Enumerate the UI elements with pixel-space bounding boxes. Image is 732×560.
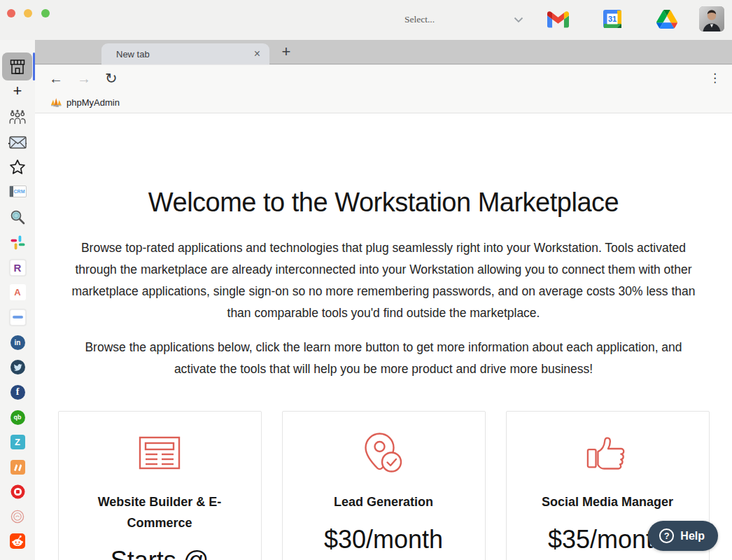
sidebar-item-seal[interactable] [0,506,35,527]
mail-icon [9,136,27,149]
quickbooks-icon-label: qb [14,414,22,421]
calendar-button[interactable]: 31 [603,9,622,29]
sidebar-item-facebook[interactable]: f [0,382,35,402]
bookmarks-bar: PMA phpMyAdmin [35,92,732,113]
sidebar-item-slack[interactable] [0,232,35,253]
sidebar-item-linkedin[interactable]: in [0,332,35,353]
drive-button[interactable] [656,10,677,29]
close-window-button[interactable] [7,9,15,18]
minimize-window-button[interactable] [24,9,32,18]
gmail-button[interactable] [547,11,569,28]
calendar-icon: 31 [603,9,622,29]
sidebar-item-favorites[interactable] [0,156,35,177]
sidebar-item-record[interactable] [0,481,35,502]
team-icon [8,110,27,125]
sidebar-item-quotes[interactable] [0,456,35,477]
gmail-icon [547,11,569,28]
reddit-icon [10,533,25,549]
intro-paragraph-1: Browse top-rated applications and techno… [59,237,708,324]
svg-text:31: 31 [608,15,617,23]
phpmyadmin-icon: PMA [50,97,62,107]
search-icon [9,209,26,225]
profile-photo-icon [699,6,724,31]
marketplace-store-icon [9,59,26,75]
twitter-icon [10,360,25,374]
help-label: Help [680,530,705,542]
sidebar-item-add[interactable]: + [0,80,35,102]
active-indicator [33,52,35,80]
facebook-icon-label: f [16,386,20,398]
svg-text:PMA: PMA [54,105,59,107]
card-icon-wrap [59,433,261,473]
crm-icon: CRM [9,186,27,197]
sidebar-item-team[interactable] [0,106,35,127]
tab-close-button[interactable]: × [254,48,260,60]
question-mark-icon: ? [659,528,674,543]
crm-icon-label: CRM [13,189,26,194]
zendesk-icon-label: Z [15,437,20,447]
linkedin-icon: in [10,335,25,350]
tab-strip: New tab × + [35,40,732,64]
help-button[interactable]: ? Help [648,521,718,551]
new-tab-button[interactable]: + [276,41,297,62]
intro-paragraph-2: Browse the applications below, click the… [69,337,698,380]
card-icon-wrap [507,433,709,473]
quotes-icon [10,460,25,475]
sidebar-item-search[interactable] [0,206,35,227]
sidebar-item-mail[interactable] [0,132,35,153]
wordmark-icon [10,309,26,326]
page-content: Welcome to the Workstation Marketplace B… [35,113,732,560]
chevron-down-icon [514,17,523,23]
sidebar-item-crm[interactable]: CRM [0,181,35,202]
sidebar-item-marketplace[interactable] [2,52,32,80]
tab-new-tab[interactable]: New tab × [101,43,269,64]
r-app-icon: R [10,260,26,276]
card-title: Website Builder & E-Commerce [80,491,239,533]
sidebar-item-wordmark[interactable] [0,307,35,328]
seal-icon [10,510,24,524]
social-media-icon [586,435,629,471]
card-lead-generation: Lead Generation $30/month [282,411,486,560]
page-title: Welcome to the Workstation Marketplace [35,188,732,218]
linkedin-icon-label: in [15,339,21,346]
wordmark-icon-bar [13,316,23,318]
card-title: Lead Generation [304,491,463,512]
sidebar-item-twitter[interactable] [0,356,35,377]
browser-toolbar: ← → ↻ ⋮ [35,65,732,92]
card-website-builder: Website Builder & E-Commerce Starts @ [58,411,262,560]
select-placeholder: Select... [404,14,435,25]
quickbooks-icon: qb [10,410,25,425]
select-dropdown[interactable]: Select... [404,10,523,29]
a-app-icon: A [10,284,26,300]
avatar[interactable] [699,6,724,31]
sidebar-item-quickbooks[interactable]: qb [0,407,35,428]
back-button[interactable]: ← [49,65,63,92]
website-builder-icon [139,436,181,470]
bookmark-phpmyadmin[interactable]: PMA phpMyAdmin [50,97,120,108]
sidebar-item-a-app[interactable]: A [0,281,35,302]
sidebar-item-reddit[interactable] [0,531,35,552]
zendesk-icon: Z [10,435,25,449]
app-sidebar: + CRM [0,40,35,560]
system-bar: Select... 31 [0,0,732,40]
sidebar-item-r-app[interactable]: R [0,257,35,278]
zoom-window-button[interactable] [41,9,50,18]
sidebar-item-zendesk[interactable]: Z [0,431,35,452]
slack-icon [10,235,25,250]
card-price: Starts @ [59,546,261,560]
facebook-icon: f [10,385,25,400]
forward-button[interactable]: → [77,65,91,92]
r-app-icon-label: R [14,262,22,274]
browser-menu-button[interactable]: ⋮ [709,65,721,92]
quotes-icon-marks [13,463,23,472]
reload-button[interactable]: ↻ [105,65,118,92]
drive-icon [656,10,677,29]
star-icon [9,159,26,175]
app-cards: Website Builder & E-Commerce Starts @ Le… [35,411,732,560]
card-icon-wrap [283,433,485,473]
bookmark-label: phpMyAdmin [66,97,120,108]
tab-label: New tab [111,49,254,59]
card-title: Social Media Manager [528,491,687,512]
lead-generation-icon [365,433,402,473]
card-price: $30/month [283,525,485,554]
